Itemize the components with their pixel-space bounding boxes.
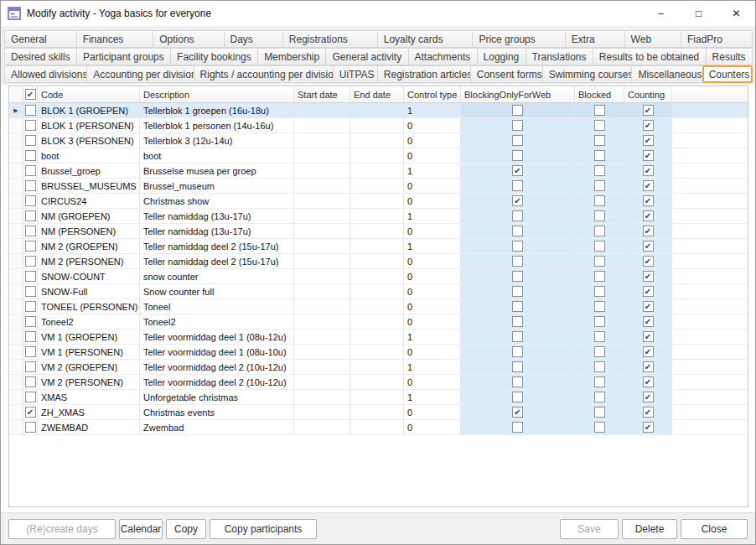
tab-participant-groups[interactable]: Participant groups	[76, 48, 171, 65]
button-delete[interactable]: Delete	[622, 519, 677, 539]
cell-code[interactable]: NM 2 (GROEPEN)	[38, 239, 140, 254]
cell-end-date[interactable]	[350, 148, 404, 164]
cell-code[interactable]: NM 2 (PERSONEN)	[38, 254, 140, 269]
cell-counting[interactable]	[624, 239, 672, 254]
cell-control-type[interactable]: 1	[404, 239, 461, 254]
cell-counting[interactable]	[624, 269, 672, 284]
cell-control-type[interactable]: 0	[404, 284, 461, 299]
blocked-checkbox[interactable]	[594, 180, 605, 191]
counting-checkbox[interactable]	[643, 135, 654, 146]
cell-control-type[interactable]: 1	[404, 390, 461, 405]
cell-counting[interactable]	[624, 345, 672, 360]
cell-code[interactable]: CIRCUS24	[38, 194, 140, 209]
cell-blocked[interactable]	[575, 148, 624, 164]
blocked-checkbox[interactable]	[594, 361, 605, 372]
blocking-only-for-web-checkbox[interactable]	[512, 392, 523, 402]
grid-row-brussel-groep[interactable]: Brussel_groepBrusselse musea per groep1	[9, 164, 748, 179]
cell-counting[interactable]	[624, 103, 672, 118]
row-select-checkbox[interactable]	[25, 180, 36, 191]
blocking-only-for-web-checkbox[interactable]	[512, 105, 523, 116]
cell-code[interactable]: Brussel_groep	[38, 164, 140, 179]
row-select-cell[interactable]	[23, 103, 38, 118]
counting-checkbox[interactable]	[643, 407, 654, 418]
blocking-only-for-web-checkbox[interactable]	[512, 316, 523, 327]
cell-blocked[interactable]	[575, 103, 624, 118]
cell-end-date[interactable]	[350, 420, 404, 435]
blocked-checkbox[interactable]	[594, 241, 605, 252]
cell-code[interactable]: TONEEL (PERSONEN)	[38, 299, 140, 314]
blocked-checkbox[interactable]	[594, 316, 605, 327]
cell-counting[interactable]	[624, 314, 672, 330]
cell-code[interactable]: Toneel2	[38, 314, 140, 330]
cell-blocked[interactable]	[575, 360, 624, 375]
cell-blocking-only-for-web[interactable]	[461, 133, 575, 148]
button-close[interactable]: Close	[681, 519, 748, 539]
cell-counting[interactable]	[624, 360, 672, 375]
cell-description[interactable]: boot	[140, 148, 294, 164]
cell-counting[interactable]	[624, 254, 672, 269]
counting-checkbox[interactable]	[643, 241, 654, 252]
cell-blocked[interactable]	[575, 345, 624, 360]
counting-checkbox[interactable]	[643, 316, 654, 327]
blocked-checkbox[interactable]	[594, 331, 605, 342]
row-select-checkbox[interactable]	[25, 195, 36, 206]
cell-control-type[interactable]: 1	[404, 164, 461, 179]
cell-description[interactable]: Teller voormiddag deel 1 (08u-10u)	[140, 345, 294, 360]
row-select-checkbox[interactable]	[25, 331, 36, 342]
blocking-only-for-web-checkbox[interactable]	[512, 135, 523, 146]
tab-miscellaneous[interactable]: Miscellaneous	[631, 65, 702, 83]
cell-blocked[interactable]	[575, 179, 624, 194]
row-select-checkbox[interactable]	[25, 392, 36, 402]
tab-translations[interactable]: Translations	[526, 48, 593, 65]
grid-row-blok-1-groepen[interactable]: ▶BLOK 1 (GROEPEN)Tellerblok 1 groepen (1…	[9, 103, 748, 118]
tab-fiadpro[interactable]: FiadPro	[681, 30, 753, 48]
blocked-checkbox[interactable]	[594, 210, 605, 221]
cell-blocking-only-for-web[interactable]	[461, 375, 575, 390]
cell-blocked[interactable]	[575, 269, 624, 284]
row-select-cell[interactable]	[23, 194, 38, 209]
counting-checkbox[interactable]	[643, 361, 654, 372]
cell-control-type[interactable]: 0	[404, 405, 461, 420]
blocking-only-for-web-checkbox[interactable]	[512, 241, 523, 252]
grid-row-nm-2-personen[interactable]: NM 2 (PERSONEN)Teller namiddag deel 2 (1…	[9, 254, 748, 269]
cell-start-date[interactable]	[294, 269, 350, 284]
maximize-icon[interactable]: □	[680, 1, 717, 26]
row-select-cell[interactable]	[23, 164, 38, 179]
counting-checkbox[interactable]	[643, 180, 654, 191]
column-header-end-date[interactable]: End date	[350, 86, 404, 102]
counting-checkbox[interactable]	[643, 165, 654, 176]
cell-description[interactable]: Christmas show	[140, 194, 294, 209]
row-select-cell[interactable]	[23, 133, 38, 148]
grid-row-nm-2-groepen[interactable]: NM 2 (GROEPEN)Teller namiddag deel 2 (15…	[9, 239, 748, 254]
row-select-checkbox[interactable]	[25, 271, 36, 282]
cell-blocked[interactable]	[575, 420, 624, 435]
cell-code[interactable]: BLOK 1 (GROEPEN)	[38, 103, 140, 118]
cell-start-date[interactable]	[294, 299, 350, 314]
column-header-start-date[interactable]: Start date	[294, 86, 350, 102]
cell-control-type[interactable]: 0	[404, 269, 461, 284]
blocked-checkbox[interactable]	[594, 271, 605, 282]
tab-uitpas[interactable]: UiTPAS	[333, 65, 378, 83]
cell-code[interactable]: VM 1 (PERSONEN)	[38, 345, 140, 360]
cell-blocking-only-for-web[interactable]	[461, 164, 575, 179]
cell-description[interactable]: Toneel	[140, 299, 294, 314]
cell-control-type[interactable]: 0	[404, 420, 461, 435]
cell-blocked[interactable]	[575, 314, 624, 330]
cell-code[interactable]: BLOK 1 (PERSONEN)	[38, 118, 140, 133]
cell-blocking-only-for-web[interactable]	[461, 314, 575, 330]
cell-start-date[interactable]	[294, 360, 350, 375]
cell-start-date[interactable]	[294, 345, 350, 360]
counting-checkbox[interactable]	[643, 271, 654, 282]
cell-code[interactable]: SNOW-COUNT	[38, 269, 140, 284]
cell-blocked[interactable]	[575, 254, 624, 269]
cell-counting[interactable]	[624, 133, 672, 148]
blocked-checkbox[interactable]	[594, 286, 605, 297]
counting-checkbox[interactable]	[643, 120, 654, 131]
cell-end-date[interactable]	[350, 239, 404, 254]
tab-general[interactable]: General	[4, 30, 77, 48]
cell-description[interactable]: Teller namiddag (13u-17u)	[140, 224, 294, 239]
counting-checkbox[interactable]	[643, 256, 654, 267]
cell-control-type[interactable]: 1	[404, 103, 461, 118]
cell-code[interactable]: XMAS	[38, 390, 140, 405]
cell-blocking-only-for-web[interactable]	[461, 420, 575, 435]
